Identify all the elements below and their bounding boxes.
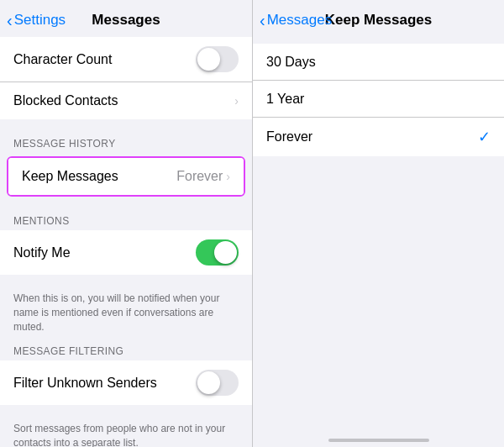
right-back-button[interactable]: ‹ Messages <box>260 12 332 29</box>
character-count-label: Character Count <box>13 52 112 67</box>
option-1-year[interactable]: 1 Year <box>253 81 504 118</box>
notify-me-toggle-knob <box>214 241 237 264</box>
option-forever[interactable]: Forever ✓ <box>253 118 504 156</box>
option-forever-label: Forever <box>266 129 312 145</box>
blocked-contacts-item[interactable]: Blocked Contacts › <box>0 82 252 119</box>
mentions-group: Notify Me <box>0 230 252 275</box>
mentions-section: Mentions Notify Me When this is on, you … <box>0 210 252 340</box>
filter-unknown-toggle[interactable] <box>196 370 239 396</box>
home-bar <box>328 439 429 442</box>
left-nav-title: Messages <box>92 12 160 29</box>
left-panel: ‹ Settings Messages Character Count Bloc… <box>0 0 252 447</box>
left-back-label: Settings <box>14 12 66 29</box>
character-count-toggle[interactable] <box>196 46 239 72</box>
left-back-button[interactable]: ‹ Settings <box>7 12 66 29</box>
keep-messages-chevron-icon: › <box>226 170 230 183</box>
home-indicator <box>253 434 504 447</box>
notify-me-toggle[interactable] <box>196 239 239 266</box>
filter-unknown-toggle-knob <box>197 371 220 394</box>
message-filtering-section: Message Filtering Filter Unknown Senders… <box>0 340 252 447</box>
right-panel: ‹ Messages Keep Messages 30 Days 1 Year … <box>252 0 504 447</box>
blocked-contacts-label: Blocked Contacts <box>13 93 118 108</box>
right-nav-bar: ‹ Messages Keep Messages <box>253 0 504 37</box>
option-1-year-label: 1 Year <box>266 92 304 107</box>
right-back-chevron-icon: ‹ <box>260 12 265 29</box>
notify-me-label: Notify Me <box>13 245 71 260</box>
left-back-chevron-icon: ‹ <box>7 12 13 29</box>
keep-messages-item[interactable]: Keep Messages Forever › <box>8 158 244 195</box>
message-history-header: Message History <box>0 133 252 153</box>
filter-unknown-footer: Sort messages from people who are not in… <box>0 418 252 447</box>
forever-checkmark-icon: ✓ <box>478 128 491 146</box>
message-history-section: Message History Keep Messages Forever › <box>0 133 252 197</box>
option-30-days[interactable]: 30 Days <box>253 44 504 81</box>
right-back-label: Messages <box>267 12 332 29</box>
option-30-days-label: 30 Days <box>266 55 316 70</box>
right-nav-title: Keep Messages <box>325 12 433 29</box>
keep-messages-highlighted: Keep Messages Forever › <box>7 156 245 197</box>
keep-messages-options-group: 30 Days 1 Year Forever ✓ <box>253 44 504 156</box>
mentions-header: Mentions <box>0 210 252 230</box>
keep-messages-value: Forever <box>176 169 223 184</box>
blocked-contacts-chevron-icon: › <box>234 94 239 108</box>
character-count-toggle-knob <box>197 48 220 71</box>
left-nav-bar: ‹ Settings Messages <box>0 0 252 37</box>
filter-unknown-label: Filter Unknown Senders <box>13 376 157 391</box>
top-settings-group: Character Count Blocked Contacts › <box>0 37 252 119</box>
right-content-scroll: 30 Days 1 Year Forever ✓ <box>253 37 504 434</box>
keep-messages-label: Keep Messages <box>22 169 118 184</box>
notify-me-item[interactable]: Notify Me <box>0 230 252 275</box>
character-count-item[interactable]: Character Count <box>0 37 252 82</box>
filter-unknown-item[interactable]: Filter Unknown Senders <box>0 360 252 405</box>
mentions-footer: When this is on, you will be notified wh… <box>0 288 252 340</box>
left-content-scroll: Character Count Blocked Contacts › Messa… <box>0 37 252 447</box>
message-filtering-header: Message Filtering <box>0 340 252 360</box>
message-filtering-group: Filter Unknown Senders <box>0 360 252 405</box>
